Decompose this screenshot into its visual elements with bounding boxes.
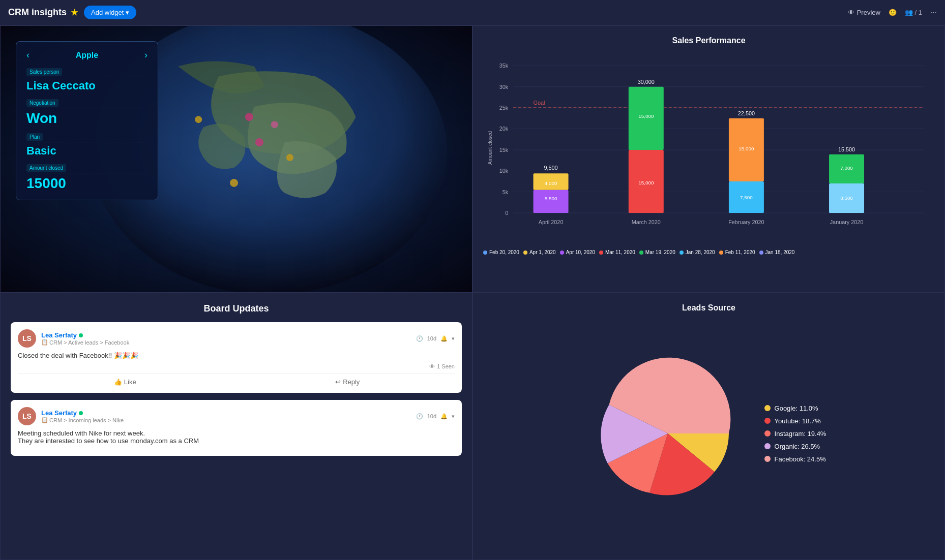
favorite-icon[interactable]: ★ xyxy=(71,8,78,17)
svg-text:15,000: 15,000 xyxy=(638,180,654,185)
legend-facebook: Facebook: 24.5% xyxy=(764,455,826,463)
update-card-2: LS Lea Serfaty 📋 CRM > Incoming leads > … xyxy=(11,400,462,456)
svg-text:25k: 25k xyxy=(499,105,509,111)
update-body-2: Meeting scheduled with Nike for next wee… xyxy=(18,429,455,445)
sales-chart-title: Sales Performance xyxy=(483,36,934,45)
sales-person-value: Lisa Ceccato xyxy=(26,77,147,92)
next-button[interactable]: › xyxy=(144,50,147,60)
legend-dot-google xyxy=(764,405,771,411)
negotiation-field: Negotiation Won xyxy=(26,98,147,127)
user-info-2: Lea Serfaty 📋 CRM > Incoming leads > Nik… xyxy=(41,409,411,423)
svg-text:April 2020: April 2020 xyxy=(539,219,564,225)
svg-text:February 2020: February 2020 xyxy=(728,219,764,225)
user-name-1: Lea Serfaty xyxy=(41,331,411,339)
map-widget: ‹ Apple › Sales person Lisa Ceccato Nego… xyxy=(0,25,473,293)
legend-google: Google: 11.0% xyxy=(764,405,826,412)
legend-item-jan28: Jan 28, 2020 xyxy=(680,250,715,255)
menu-icon-2[interactable]: ▾ xyxy=(452,413,455,420)
amount-value: 15000 xyxy=(26,173,147,192)
online-indicator-2 xyxy=(79,411,83,415)
y-axis-label: Amount closed xyxy=(487,131,493,165)
action-buttons-1: 👍 Like ↩ Reply xyxy=(18,374,455,386)
legend-organic: Organic: 26.5% xyxy=(764,443,826,450)
svg-text:10k: 10k xyxy=(499,168,509,174)
prev-button[interactable]: ‹ xyxy=(26,50,29,60)
app-title: CRM insights ★ xyxy=(8,7,78,18)
sales-person-field: Sales person Lisa Ceccato xyxy=(26,67,147,92)
svg-point-3 xyxy=(255,138,263,146)
title-text: CRM insights xyxy=(8,7,67,18)
more-button[interactable]: ⋯ xyxy=(930,9,937,16)
negotiation-value: Won xyxy=(26,108,147,127)
card-navigation: ‹ Apple › xyxy=(26,50,147,60)
svg-text:30,000: 30,000 xyxy=(638,79,655,85)
legend-item-feb20: Feb 20, 2020 xyxy=(483,250,519,255)
amount-label: Amount closed xyxy=(26,164,66,172)
users-button[interactable]: 👥 / 1 xyxy=(905,9,922,16)
reply-button-1[interactable]: ↩ Reply xyxy=(241,378,455,386)
leads-source-title: Leads Source xyxy=(483,303,934,313)
svg-text:January 2020: January 2020 xyxy=(830,219,864,225)
legend-dot-youtube xyxy=(764,418,771,424)
update-header-1: LS Lea Serfaty 📋 CRM > Active leads > Fa… xyxy=(18,329,455,348)
svg-point-6 xyxy=(195,116,202,123)
svg-point-1 xyxy=(245,113,253,121)
svg-text:15,000: 15,000 xyxy=(739,146,754,151)
nav-right: 👁 Preview 🙂 👥 / 1 ⋯ xyxy=(848,9,937,16)
preview-label: Preview xyxy=(857,9,880,16)
update-meta-2: 🕐 10d 🔔 ▾ xyxy=(416,413,455,420)
update-header-2: LS Lea Serfaty 📋 CRM > Incoming leads > … xyxy=(18,407,455,425)
emoji-icon[interactable]: 🙂 xyxy=(889,9,897,16)
board-updates-widget: Board Updates LS Lea Serfaty 📋 CRM > Act… xyxy=(0,293,473,560)
update-card-1: LS Lea Serfaty 📋 CRM > Active leads > Fa… xyxy=(11,322,462,393)
update-footer-1: 👁 1 Seen xyxy=(18,363,455,369)
legend-dot-organic xyxy=(764,443,771,449)
bar-chart-svg: 0 5k 10k 15k 20k 25k 30k 35k Goal 9,500 … xyxy=(483,50,934,245)
avatar-1: LS xyxy=(18,329,36,348)
svg-text:20k: 20k xyxy=(499,126,509,132)
avatar-2: LS xyxy=(18,407,36,425)
svg-text:15,500: 15,500 xyxy=(838,146,855,152)
svg-point-2 xyxy=(271,121,278,128)
main-grid: ‹ Apple › Sales person Lisa Ceccato Nego… xyxy=(0,25,945,560)
legend-youtube: Youtube: 18.7% xyxy=(764,417,826,425)
bell-icon-2[interactable]: 🔔 xyxy=(440,413,448,420)
menu-icon-1[interactable]: ▾ xyxy=(452,335,455,342)
breadcrumb-1[interactable]: 📋 CRM > Active leads > Facebook xyxy=(41,339,411,346)
svg-text:15k: 15k xyxy=(499,147,509,153)
board-updates-title: Board Updates xyxy=(11,303,462,314)
chevron-down-icon: ▾ xyxy=(126,9,129,16)
svg-text:35k: 35k xyxy=(499,63,509,69)
bell-icon-1[interactable]: 🔔 xyxy=(440,335,448,342)
svg-text:Goal: Goal xyxy=(534,100,545,106)
add-widget-label: Add widget xyxy=(91,9,124,16)
seen-count-1: 👁 1 Seen xyxy=(429,363,455,369)
preview-button[interactable]: 👁 Preview xyxy=(848,9,880,16)
like-button-1[interactable]: 👍 Like xyxy=(18,378,232,386)
add-widget-button[interactable]: Add widget ▾ xyxy=(84,6,136,19)
online-indicator-1 xyxy=(79,333,83,337)
chart-area: Amount closed 0 5k 10k 15k 20k 25k 30k xyxy=(483,50,934,245)
svg-point-5 xyxy=(230,179,238,187)
svg-text:8,500: 8,500 xyxy=(840,195,853,201)
legend-dot-instagram xyxy=(764,430,771,437)
info-card: ‹ Apple › Sales person Lisa Ceccato Nego… xyxy=(16,41,158,200)
clock-icon-1: 🕐 xyxy=(416,335,423,342)
svg-text:4,000: 4,000 xyxy=(545,180,557,186)
pie-chart xyxy=(592,357,744,510)
svg-text:9,500: 9,500 xyxy=(544,165,557,171)
update-body-1: Closed the deal with Facebook!! 🎉🎉🎉 xyxy=(18,352,455,359)
plan-label: Plan xyxy=(26,133,43,141)
svg-text:22,500: 22,500 xyxy=(738,110,755,116)
clock-icon-2: 🕐 xyxy=(416,413,423,420)
legend-item-mar19: Mar 19, 2020 xyxy=(639,250,675,255)
svg-text:7,000: 7,000 xyxy=(840,165,853,171)
breadcrumb-2[interactable]: 📋 CRM > Incoming leads > Nike xyxy=(41,417,411,423)
amount-field: Amount closed 15000 xyxy=(26,163,147,192)
update-meta-1: 🕐 10d 🔔 ▾ xyxy=(416,335,455,342)
breadcrumb-icon-1: 📋 xyxy=(41,339,48,346)
legend-item-apr10: Apr 10, 2020 xyxy=(560,250,595,255)
user-info-1: Lea Serfaty 📋 CRM > Active leads > Faceb… xyxy=(41,331,411,346)
legend-item-apr1: Apr 1, 2020 xyxy=(523,250,556,255)
sales-person-label: Sales person xyxy=(26,68,62,76)
